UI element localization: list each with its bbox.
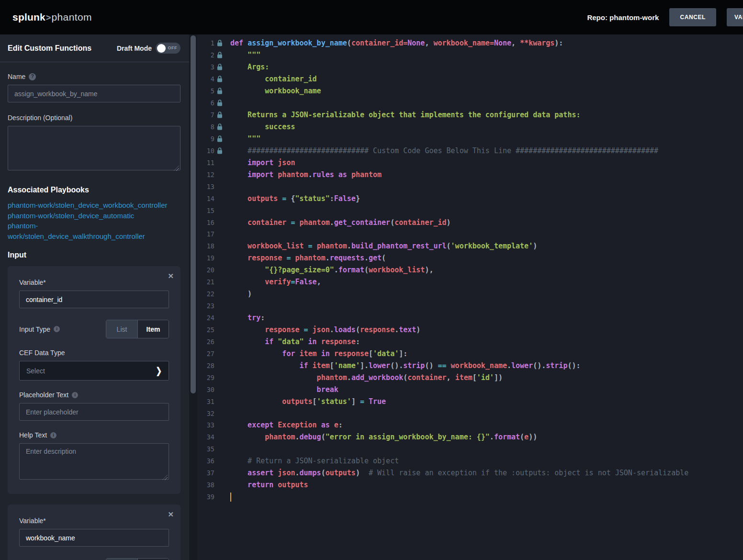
help-text-textarea[interactable] — [19, 443, 169, 480]
resize-grip-icon[interactable] — [174, 166, 179, 171]
toggle-knob — [157, 44, 166, 53]
code-line[interactable]: 6 — [197, 97, 743, 109]
panel-title: Edit Custom Functions — [8, 44, 91, 53]
close-icon[interactable]: ✕ — [168, 272, 174, 280]
code-line[interactable]: 15 — [197, 204, 743, 216]
line-number: 35 — [197, 445, 214, 453]
code-line[interactable]: 4 container_id — [197, 73, 743, 85]
code-line[interactable]: 23 — [197, 300, 743, 312]
code-line[interactable]: 34 phantom.debug("error in assign_workbo… — [197, 431, 743, 443]
code-line[interactable]: 11 import json — [197, 157, 743, 168]
select-value: Select — [26, 367, 45, 375]
code-line[interactable]: 27 for item in response['data']: — [197, 347, 743, 359]
code-line[interactable]: 9 """ — [197, 133, 743, 145]
placeholder-text-label: Placeholder Text — [19, 391, 68, 399]
repo-label: Repo: phantom-work — [587, 13, 659, 22]
code-line[interactable]: 37 assert json.dumps(outputs) # Will rai… — [197, 467, 743, 479]
code-line[interactable]: 30 break — [197, 383, 743, 395]
code-line[interactable]: 7 Returns a JSON-serializable object tha… — [197, 109, 743, 121]
code-line[interactable]: 3 Args: — [197, 61, 743, 73]
line-number: 7 — [197, 111, 214, 119]
text-cursor — [230, 493, 231, 502]
line-number: 17 — [197, 230, 214, 238]
code-line[interactable]: 10 ############################ Custom C… — [197, 145, 743, 157]
input-card-container-id: ✕ Variable* Input Type i List Item CEF D… — [8, 266, 180, 494]
code-text: try: — [230, 314, 265, 322]
line-number: 3 — [197, 63, 214, 71]
name-label-row: Name ? — [8, 73, 180, 80]
code-editor[interactable]: 1def assign_workbook_by_name(container_i… — [197, 34, 743, 560]
code-line[interactable]: 26 if "data" in response: — [197, 336, 743, 347]
code-line[interactable]: 16 container = phantom.get_container(con… — [197, 216, 743, 228]
line-number: 1 — [197, 39, 214, 47]
code-text: Args: — [230, 63, 269, 71]
draft-mode-toggle[interactable]: OFF — [156, 43, 180, 54]
playbook-link[interactable]: phantom-work/stolen_device_workbook_cont… — [8, 200, 173, 211]
logo-splunk-text: splunk — [12, 11, 45, 23]
line-number: 9 — [197, 135, 214, 143]
code-line[interactable]: 19 response = phantom.requests.get( — [197, 252, 743, 264]
code-line[interactable]: 24 try: — [197, 312, 743, 324]
close-icon[interactable]: ✕ — [168, 510, 174, 519]
sidebar-scrollbar[interactable] — [189, 34, 197, 560]
code-line[interactable]: 2 """ — [197, 49, 743, 61]
validate-button[interactable]: VALIDATE — [727, 8, 743, 26]
cancel-button[interactable]: CANCEL — [669, 8, 716, 26]
code-line[interactable]: 1def assign_workbook_by_name(container_i… — [197, 37, 743, 49]
line-number: 27 — [197, 350, 214, 358]
code-line[interactable]: 31 outputs['status'] = True — [197, 395, 743, 407]
code-line[interactable]: 36 # Return a JSON-serializable object — [197, 455, 743, 467]
code-line[interactable]: 20 "{}?page_size=0".format(workbook_list… — [197, 264, 743, 276]
code-line[interactable]: 5 workbook_name — [197, 85, 743, 97]
code-line[interactable]: 35 — [197, 443, 743, 455]
code-text: """ — [230, 134, 260, 143]
code-line[interactable]: 38 return outputs — [197, 479, 743, 491]
help-question-icon[interactable]: ? — [29, 73, 36, 80]
lock-icon — [217, 123, 223, 130]
variable-input[interactable] — [19, 291, 169, 308]
input-type-list-option[interactable]: List — [106, 320, 137, 338]
code-line[interactable]: 12 import phantom.rules as phantom — [197, 168, 743, 180]
info-icon[interactable]: i — [54, 326, 60, 332]
playbooks-list: phantom-work/stolen_device_workbook_cont… — [8, 200, 180, 241]
placeholder-text-input[interactable] — [19, 403, 169, 421]
code-line[interactable]: 18 workbook_list = phantom.build_phantom… — [197, 240, 743, 252]
code-line[interactable]: 22 ) — [197, 288, 743, 300]
description-textarea[interactable] — [8, 126, 180, 170]
associated-playbooks-heading: Associated Playbooks — [8, 186, 180, 194]
input-type-label: Input Type — [19, 325, 50, 333]
cef-data-type-select[interactable]: Select ❯ — [19, 361, 169, 381]
code-line[interactable]: 39 — [197, 491, 743, 503]
code-line[interactable]: 29 phantom.add_workbook(container, item[… — [197, 371, 743, 383]
logo-gt-icon: > — [46, 13, 51, 23]
playbook-link[interactable]: phantom-work/stolen_device_automatic — [8, 211, 173, 221]
input-type-item-option[interactable]: Item — [137, 320, 169, 338]
resize-grip-icon[interactable] — [163, 475, 168, 480]
code-line[interactable]: 25 response = json.loads(response.text) — [197, 324, 743, 336]
code-line[interactable]: 21 verify=False, — [197, 276, 743, 288]
code-text: ############################ Custom Code… — [230, 146, 658, 155]
info-icon[interactable]: i — [50, 432, 56, 438]
info-icon[interactable]: i — [72, 392, 78, 398]
code-line[interactable]: 8 success — [197, 121, 743, 133]
line-number: 20 — [197, 266, 214, 274]
name-input[interactable] — [8, 85, 180, 102]
code-line[interactable]: 28 if item['name'].lower().strip() == wo… — [197, 359, 743, 371]
code-text: verify=False, — [230, 278, 321, 286]
line-number: 25 — [197, 326, 214, 334]
code-line[interactable]: 33 except Exception as e: — [197, 419, 743, 431]
code-line[interactable]: 32 — [197, 407, 743, 419]
locked-line-indicator — [217, 52, 226, 58]
variable-input[interactable] — [19, 529, 169, 547]
code-line[interactable]: 17 — [197, 228, 743, 240]
input-type-segmented-control: List Item — [106, 558, 169, 560]
locked-line-indicator — [217, 100, 226, 106]
code-line[interactable]: 14 outputs = {"status":False} — [197, 192, 743, 204]
playbook-link[interactable]: phantom-work/stolen_device_walkthrough_c… — [8, 221, 173, 241]
lock-icon — [217, 64, 223, 70]
code-line[interactable]: 13 — [197, 180, 743, 192]
scrollbar-thumb[interactable] — [191, 35, 196, 393]
code-text: "{}?page_size=0".format(workbook_list), — [230, 266, 433, 274]
locked-line-indicator — [217, 123, 226, 130]
line-number: 30 — [197, 386, 214, 393]
